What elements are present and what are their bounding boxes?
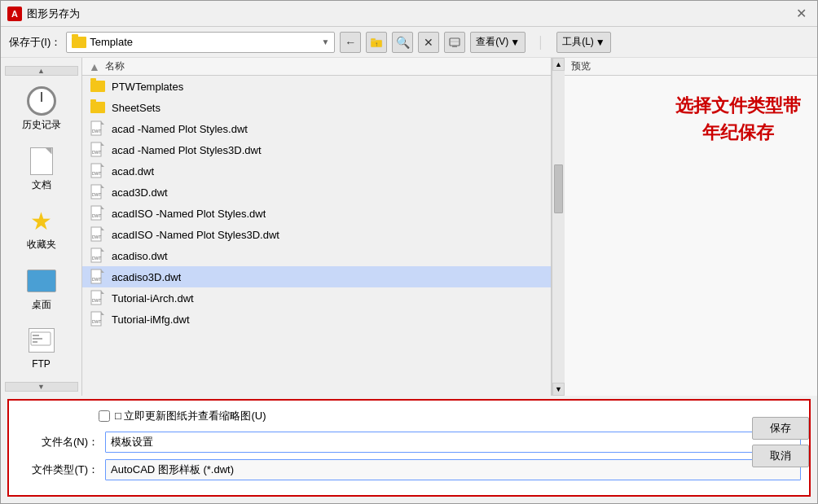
sidebar: ▲ 历史记录 文档 ★ 收藏夹 [1,58,82,396]
sidebar-item-label-favorites: 收藏夹 [27,239,56,252]
sidebar-item-favorites[interactable]: ★ 收藏夹 [5,202,78,256]
save-button[interactable]: 保存 [752,417,809,440]
svg-text:DWT: DWT [92,171,101,176]
list-item[interactable]: PTWTemplates [82,76,551,97]
filetype-input[interactable] [105,459,801,480]
svg-text:DWT: DWT [92,213,101,218]
toolbar: 保存于(I)： Template ▼ ← ↑ 🔍 ✕ 查看(V) ▼ [1,27,817,58]
checkbox-label[interactable]: □ 立即更新图纸并查看缩略图(U) [115,409,266,423]
sidebar-scroll-down[interactable]: ▼ [5,382,78,392]
file-list: PTWTemplates SheetSets DWT acad -Named P… [82,76,551,396]
tools-arrow-icon: ▼ [596,37,605,48]
chevron-down-icon: ▼ [321,37,329,46]
sort-icon: ▲ [89,60,100,73]
sidebar-item-label-history: 历史记录 [22,119,61,132]
list-item[interactable]: DWT acad -Named Plot Styles.dwt [82,118,551,139]
main-content: ▲ 历史记录 文档 ★ 收藏夹 [1,58,817,396]
vertical-scrollbar[interactable]: ▲ ▼ [552,58,565,396]
folder-icon [90,80,105,93]
svg-marker-29 [101,248,104,252]
svg-text:DWT: DWT [92,298,101,303]
preview-panel: 预览 选择文件类型带年纪保存 [565,58,817,396]
preview-header: 预览 [565,58,817,76]
title-bar-left: A 图形另存为 [7,7,80,21]
checkbox-row: □ 立即更新图纸并查看缩略图(U) [17,409,801,423]
update-thumbnail-checkbox[interactable] [99,410,110,422]
sidebar-item-desktop[interactable]: 桌面 [5,262,78,316]
svg-marker-23 [101,206,104,209]
up-folder-button[interactable]: ↑ [366,32,387,53]
list-item[interactable]: DWT acad.dwt [82,160,551,182]
star-icon: ★ [24,206,59,235]
search-icon[interactable]: 🔍 [392,32,413,53]
desktop-icon [24,266,59,296]
list-item[interactable]: DWT acad -Named Plot Styles3D.dwt [82,139,551,160]
sidebar-item-ftp[interactable]: FTP [5,322,78,375]
sidebar-item-label-desktop: 桌面 [32,299,51,312]
bottom-section: □ 立即更新图纸并查看缩略图(U) 文件名(N)： 文件类型(T)： [7,399,811,497]
svg-text:DWT: DWT [92,234,101,239]
filename-row: 文件名(N)： [17,432,801,453]
dwt-file-icon: DWT [90,228,105,241]
divider: │ [530,32,552,53]
filetype-label: 文件类型(T)： [17,462,99,477]
preview-label: 预览 [571,59,591,73]
view-label: 查看(V) [476,35,508,49]
dwt-file-icon: DWT [90,313,105,326]
svg-marker-14 [101,142,104,146]
svg-marker-17 [101,164,104,167]
history-icon [24,86,59,116]
location-dropdown[interactable]: Template ▼ [66,32,335,53]
svg-rect-9 [33,341,37,343]
svg-marker-11 [101,121,104,125]
list-item[interactable]: DWT acadiso.dwt [82,245,551,266]
scroll-track[interactable] [552,71,565,383]
svg-rect-4 [452,46,457,47]
svg-text:DWT: DWT [92,256,101,261]
view-arrow-icon: ▼ [510,37,520,48]
cancel-button[interactable]: 取消 [752,445,809,467]
title-bar: A 图形另存为 ✕ [1,1,817,27]
svg-text:DWT: DWT [92,319,101,324]
scroll-down-button[interactable]: ▼ [552,383,565,396]
annotation-text: 选择文件类型带年纪保存 [675,92,801,146]
svg-rect-8 [33,338,42,340]
filename-input[interactable] [105,432,801,453]
list-item[interactable]: DWT Tutorial-iMfg.dwt [82,309,551,330]
folder-icon [90,101,105,114]
list-item[interactable]: SheetSets [82,97,551,118]
sidebar-item-docs[interactable]: 文档 [5,142,78,196]
view-button[interactable]: 查看(V) ▼ [470,32,526,53]
ftp-icon [24,326,59,355]
action-buttons: 保存 取消 [752,417,809,467]
list-item[interactable]: DWT acadISO -Named Plot Styles3D.dwt [82,224,551,245]
sidebar-item-label-docs: 文档 [32,179,51,192]
list-item[interactable]: DWT acadiso3D.dwt [82,266,551,287]
tools-button[interactable]: 工具(L) ▼ [556,32,611,53]
svg-marker-26 [101,227,104,230]
sidebar-item-history[interactable]: 历史记录 [5,82,78,136]
file-list-header-label: 名称 [105,59,125,73]
list-item[interactable]: DWT Tutorial-iArch.dwt [82,287,551,309]
save-in-label: 保存于(I)： [9,35,61,50]
list-item[interactable]: DWT acad3D.dwt [82,182,551,203]
sidebar-scroll-up[interactable]: ▲ [5,66,78,76]
sidebar-item-label-ftp: FTP [32,358,51,371]
scroll-up-button[interactable]: ▲ [552,58,565,71]
svg-rect-7 [33,335,39,336]
file-panel: ▲ 名称 PTWTemplates SheetSets DWT acad -Na… [82,58,552,396]
dwt-file-icon: DWT [90,270,105,283]
svg-rect-3 [450,38,460,46]
scroll-thumb[interactable] [554,164,563,213]
svg-marker-20 [101,185,104,188]
close-button[interactable]: ✕ [791,4,811,24]
svg-marker-38 [101,312,104,315]
dwt-file-icon: DWT [90,186,105,199]
dialog-title: 图形另存为 [27,7,80,21]
filename-label: 文件名(N)： [17,435,99,449]
list-item[interactable]: DWT acadISO -Named Plot Styles.dwt [82,203,551,224]
back-button[interactable]: ← [340,32,361,53]
network-button[interactable] [444,32,465,53]
filetype-row: 文件类型(T)： [17,459,801,480]
delete-button[interactable]: ✕ [418,32,439,53]
